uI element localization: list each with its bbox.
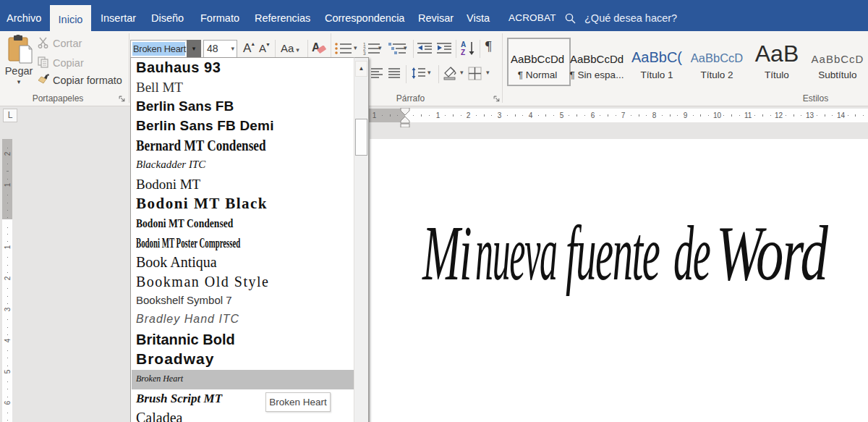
svg-text:A: A (461, 41, 466, 48)
svg-text:3: 3 (363, 51, 366, 56)
svg-text:Z: Z (461, 48, 465, 56)
